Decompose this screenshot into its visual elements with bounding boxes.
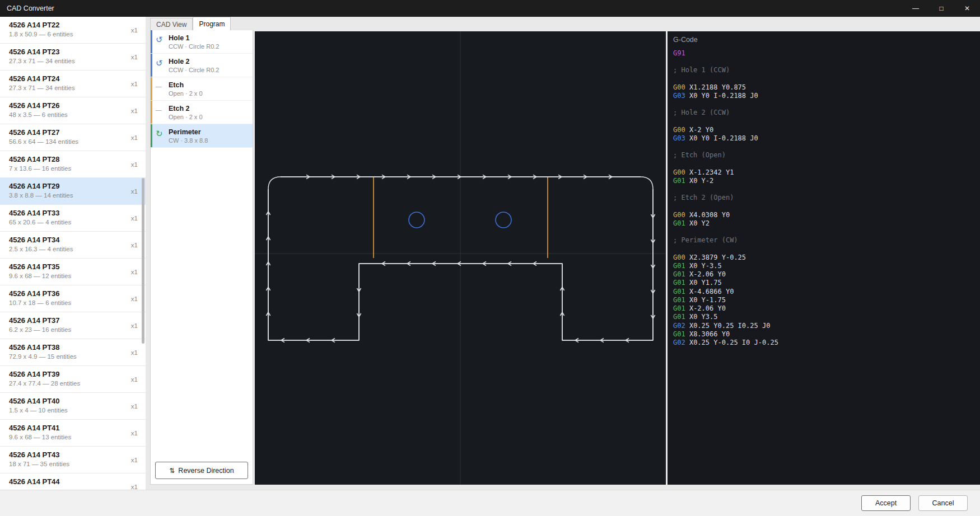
gcode-line <box>673 245 980 254</box>
gcode-line: G01 X0 Y-2 <box>673 177 980 185</box>
part-details: 2.5 x 16.3 — 4 entities <box>9 246 127 252</box>
operation-item[interactable]: ↻PerimeterCW · 3.8 x 8.8 <box>151 124 253 148</box>
minimize-icon[interactable]: — <box>903 0 928 17</box>
part-list-item[interactable]: 4526 A14 PT2427.3 x 71 — 34 entitiesx1 <box>0 71 146 97</box>
part-list-item[interactable]: 4526 A14 PT3872.9 x 4.9 — 15 entitiesx1 <box>0 339 146 366</box>
reverse-arrows-icon: ⇅ <box>169 467 175 475</box>
operation-name: Etch <box>169 81 250 89</box>
gcode-line <box>673 75 980 83</box>
part-list-item[interactable]: 4526 A14 PT2756.6 x 64 — 134 entitiesx1 <box>0 124 146 151</box>
cancel-button[interactable]: Cancel <box>918 495 968 511</box>
part-name: 4526 A14 PT27 <box>9 128 127 137</box>
part-list-item[interactable]: 4526 A14 PT401.5 x 4 — 10 entitiesx1 <box>0 393 146 420</box>
gcode-line: G01 X0 Y3.5 <box>673 313 980 321</box>
maximize-icon[interactable]: □ <box>928 0 954 17</box>
part-details: 9.6 x 68 — 12 entities <box>9 273 127 279</box>
part-list-item[interactable]: 4526 A14 PT419.6 x 68 — 13 entitiesx1 <box>0 420 146 447</box>
part-name: 4526 A14 PT43 <box>9 451 127 459</box>
part-details: 9.6 x 68 — 13 entities <box>9 434 127 440</box>
part-details: 72.9 x 4.9 — 15 entities <box>9 353 127 360</box>
part-list-item[interactable]: 4526 A14 PT3610.7 x 18 — 6 entitiesx1 <box>0 285 146 312</box>
part-list-item[interactable]: 4526 A14 PT287 x 13.6 — 16 entitiesx1 <box>0 151 146 178</box>
program-tab-content: ↺Hole 1CCW · Circle R0.2↺Hole 2CCW · Cir… <box>150 30 253 485</box>
operation-item[interactable]: ─EtchOpen · 2 x 0 <box>151 77 253 101</box>
part-qty: x1 <box>131 134 138 141</box>
part-qty: x1 <box>131 457 138 463</box>
window-controls: — □ ✕ <box>903 0 980 17</box>
reverse-direction-button[interactable]: ⇅ Reverse Direction <box>155 462 248 479</box>
window-title: CAD Converter <box>0 4 903 12</box>
part-details: 3.8 x 8.8 — 14 entities <box>9 192 127 199</box>
part-list-item[interactable]: 4526 A14 PT2327.3 x 71 — 34 entitiesx1 <box>0 44 146 71</box>
gcode-line <box>673 228 980 236</box>
gcode-line: G01 X0 Y-1.75 <box>673 296 980 304</box>
part-name: 4526 A14 PT41 <box>9 424 127 432</box>
gcode-line: ; Perimeter (CW) <box>673 236 980 245</box>
operation-details: CCW · Circle R0.2 <box>169 43 250 50</box>
part-list-item[interactable]: 4526 A14 PT221.8 x 50.9 — 6 entitiesx1 <box>0 17 146 44</box>
part-qty: x1 <box>131 27 138 34</box>
part-list-item[interactable]: 4526 A14 PT376.2 x 23 — 16 entitiesx1 <box>0 312 146 339</box>
gcode-lines: G91 ; Hole 1 (CCW) G00 X1.2188 Y0.875G03… <box>668 47 980 347</box>
part-details: 10.7 x 18 — 6 entities <box>9 299 127 306</box>
tab-cad-view[interactable]: CAD View <box>150 18 193 30</box>
part-name: 4526 A14 PT38 <box>9 343 127 351</box>
operation-item[interactable]: ↺Hole 1CCW · Circle R0.2 <box>151 30 253 54</box>
gcode-line: G01 X-2.06 Y0 <box>673 270 980 279</box>
part-qty: x1 <box>131 295 138 302</box>
operation-color-bar <box>151 101 152 124</box>
part-details: 18 x 71 — 35 entities <box>9 461 127 467</box>
part-name: 4526 A14 PT26 <box>9 101 127 110</box>
part-name: 4526 A14 PT39 <box>9 370 127 378</box>
part-list: 4526 A14 PT221.8 x 50.9 — 6 entitiesx145… <box>0 17 146 490</box>
gcode-line: ; Etch (Open) <box>673 151 980 160</box>
operation-color-bar <box>151 54 152 77</box>
part-list-item[interactable]: 4526 A14 PT342.5 x 16.3 — 4 entitiesx1 <box>0 232 146 259</box>
gcode-line <box>673 118 980 126</box>
part-qty: x1 <box>131 107 138 114</box>
part-qty: x1 <box>131 430 138 437</box>
part-qty: x1 <box>131 376 138 383</box>
line-icon: ─ <box>156 106 162 114</box>
sidebar-scrollbar[interactable] <box>142 178 144 344</box>
tab-program[interactable]: Program <box>193 17 231 30</box>
gcode-line: G01 X0 Y-3.5 <box>673 262 980 270</box>
part-name: 4526 A14 PT37 <box>9 316 127 325</box>
part-qty: x1 <box>131 349 138 356</box>
part-name: 4526 A14 PT36 <box>9 289 127 298</box>
cw-arrow-icon: ↻ <box>156 129 163 138</box>
part-details: 65 x 20.6 — 4 entities <box>9 219 127 226</box>
part-list-item[interactable]: 4526 A14 PT3927.4 x 77.4 — 28 entitiesx1 <box>0 366 146 393</box>
part-list-item[interactable]: 4526 A14 PT3365 x 20.6 — 4 entitiesx1 <box>0 205 146 232</box>
gcode-line: G01 X0 Y2 <box>673 219 980 228</box>
operation-item[interactable]: ─Etch 2Open · 2 x 0 <box>151 101 253 124</box>
part-details: 27.3 x 71 — 34 entities <box>9 85 127 91</box>
part-list-item[interactable]: 4526 A14 PT2648 x 3.5 — 6 entitiesx1 <box>0 97 146 124</box>
gcode-line: G01 X-4.6866 Y0 <box>673 288 980 296</box>
gcode-line: G02 X0.25 Y0.25 I0.25 J0 <box>673 322 980 330</box>
part-name: 4526 A14 PT28 <box>9 155 127 163</box>
part-qty: x1 <box>131 269 138 275</box>
gcode-line: G91 <box>673 49 980 58</box>
gcode-line: G00 X2.3879 Y-0.25 <box>673 254 980 262</box>
operation-name: Hole 1 <box>169 34 250 42</box>
part-name: 4526 A14 PT35 <box>9 262 127 271</box>
close-icon[interactable]: ✕ <box>954 0 980 17</box>
gcode-panel: G-Code G91 ; Hole 1 (CCW) G00 X1.2188 Y0… <box>668 31 980 485</box>
reverse-direction-label: Reverse Direction <box>178 467 234 475</box>
gcode-line <box>673 160 980 168</box>
part-list-item[interactable]: 4526 A14 PT359.6 x 68 — 12 entitiesx1 <box>0 259 146 285</box>
line-icon: ─ <box>156 82 162 91</box>
part-details: 1.8 x 50.9 — 6 entities <box>9 31 127 37</box>
part-qty: x1 <box>131 484 138 490</box>
part-qty: x1 <box>131 161 138 168</box>
accept-button[interactable]: Accept <box>861 495 911 511</box>
part-list-item[interactable]: 4526 A14 PT293.8 x 8.8 — 14 entitiesx1 <box>0 178 146 205</box>
part-list-item[interactable]: 4526 A14 PT44x1 <box>0 473 146 490</box>
cad-canvas[interactable] <box>255 31 666 485</box>
operation-item[interactable]: ↺Hole 2CCW · Circle R0.2 <box>151 54 253 77</box>
part-qty: x1 <box>131 81 138 87</box>
part-name: 4526 A14 PT34 <box>9 236 127 244</box>
part-qty: x1 <box>131 322 138 329</box>
part-list-item[interactable]: 4526 A14 PT4318 x 71 — 35 entitiesx1 <box>0 447 146 473</box>
